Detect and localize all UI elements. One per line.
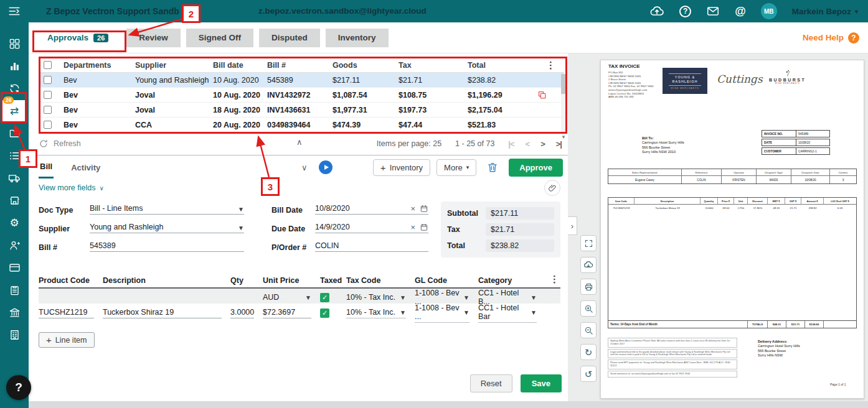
zoom-out-icon[interactable]	[580, 322, 597, 338]
mail-icon[interactable]	[706, 4, 720, 18]
avatar[interactable]: MB	[761, 3, 777, 19]
row-checkbox[interactable]	[44, 76, 52, 84]
tab-disputed[interactable]: Disputed	[259, 29, 320, 47]
chevron-down-icon: ▼	[463, 309, 469, 316]
help-icon[interactable]: ?	[679, 6, 691, 17]
table-row[interactable]: Bev Young and Rashleigh 10 Aug. 2020 545…	[39, 73, 564, 88]
play-button[interactable]	[319, 160, 333, 174]
cell-department: Bev	[64, 76, 135, 85]
row-checkbox[interactable]	[44, 121, 52, 129]
due-date-input[interactable]: 14/9/2020 ×	[315, 223, 428, 233]
row-checkbox[interactable]	[44, 106, 52, 114]
zoom-in-icon[interactable]	[580, 300, 597, 317]
help-fab-button[interactable]: ?	[6, 375, 31, 400]
tab-signed-off[interactable]: Signed Off	[186, 29, 253, 47]
sidebar-item-archive[interactable]	[0, 122, 29, 144]
collapse-detail-chevron-icon[interactable]: ∨	[301, 163, 308, 172]
first-page-icon[interactable]: |<	[508, 139, 514, 149]
taxed-checkbox[interactable]: ✓	[320, 308, 329, 318]
save-button[interactable]: Save	[521, 374, 562, 392]
calendar-icon[interactable]	[420, 204, 428, 213]
add-line-item-button[interactable]: + Line item	[39, 332, 95, 348]
more-button[interactable]: More ▾	[436, 159, 476, 176]
calendar-icon[interactable]	[420, 223, 428, 231]
attachment-paperclip-icon[interactable]	[544, 180, 560, 196]
view-more-fields-link[interactable]: View more fields ∨	[39, 183, 104, 192]
download-icon[interactable]	[580, 257, 597, 273]
doc-type-select[interactable]: Bill - Line Items ▼	[90, 204, 244, 215]
table-row[interactable]: Bev Joval 18 Aug. 2020 INV1436631 $1,977…	[39, 103, 564, 118]
company-selector[interactable]: Z Bepoz Vectron Support Sandb ▾	[46, 6, 186, 16]
cloud-upload-icon[interactable]	[649, 4, 664, 19]
expand-preview-handle[interactable]: ›	[568, 216, 577, 235]
scrollbar-thumb[interactable]	[561, 74, 567, 94]
sidebar-item-bills-inbox[interactable]: 26 ⇄	[2, 100, 27, 121]
rotate-counterclockwise-icon[interactable]: ↺	[580, 366, 597, 382]
detail-tab-activity[interactable]: Activity	[70, 157, 101, 178]
approve-button[interactable]: Approve	[509, 159, 563, 177]
sidebar-item-bank[interactable]	[0, 301, 29, 323]
need-help-label: Need Help	[803, 33, 844, 42]
rotate-clockwise-icon[interactable]: ↻	[580, 344, 597, 360]
table-row[interactable]: Bev Joval 10 Aug. 2020 INV1432972 $1,087…	[39, 88, 564, 103]
cell-bill-no: 545389	[267, 76, 333, 85]
tab-inventory[interactable]: Inventory	[326, 29, 389, 47]
mentions-icon[interactable]: @	[735, 5, 746, 18]
delete-button[interactable]	[483, 160, 502, 175]
tab-review[interactable]: Review	[126, 29, 181, 47]
bill-no-input[interactable]: 545389	[90, 241, 244, 252]
sidebar-item-settings[interactable]: ⚙	[0, 211, 29, 234]
default-tax-code-select[interactable]: 10% - Tax Inc. ▼	[346, 293, 406, 302]
last-page-icon[interactable]: >|	[556, 139, 562, 149]
col-taxed: Taxed	[320, 276, 346, 285]
detail-tab-bill[interactable]: Bill	[39, 156, 54, 178]
reset-button[interactable]: Reset	[470, 374, 512, 392]
menu-icon[interactable]	[0, 4, 29, 18]
supplier-label: Supplier	[39, 225, 90, 233]
gl-code-select[interactable]: 1-1008 - Bev ... ▼	[415, 304, 469, 323]
product-code-input[interactable]: TUCSHZ1219	[39, 308, 94, 318]
row-checkbox[interactable]	[44, 91, 52, 99]
sidebar-item-reports[interactable]	[0, 55, 29, 77]
tab-approvals[interactable]: Approvals 26	[35, 29, 121, 47]
description-input[interactable]: Tuckerbox Shiraz 19	[103, 308, 222, 318]
duplicate-bill-icon[interactable]	[537, 90, 547, 100]
clear-date-icon[interactable]: ×	[410, 223, 415, 231]
chevron-down-icon: ▼	[463, 294, 469, 301]
sidebar-item-company[interactable]	[0, 323, 29, 346]
prev-page-icon[interactable]: <	[526, 139, 530, 149]
bottom-scroll-strip[interactable]	[29, 401, 868, 408]
sidebar-item-billing[interactable]	[0, 256, 29, 279]
invoice-rep-table: Sales RepresentativeReferenceOperatorDes…	[608, 169, 857, 184]
user-menu[interactable]: Markein Bepoz ▾	[792, 7, 858, 16]
line-items-kebab-icon[interactable]: ⋮	[550, 274, 559, 285]
print-icon[interactable]	[580, 279, 597, 295]
clear-date-icon[interactable]: ×	[410, 205, 415, 213]
currency-select[interactable]: AUD ▼	[263, 293, 311, 302]
table-scrollbar[interactable]: ▼	[561, 74, 567, 132]
supplier-select[interactable]: Young and Rashleigh ▼	[90, 223, 244, 233]
collapse-table-chevron-icon[interactable]: ∧	[296, 137, 303, 147]
sidebar-item-purchase-orders[interactable]	[0, 167, 29, 189]
category-select[interactable]: CC1 - Hotel Bar ▼	[478, 304, 537, 323]
table-options-kebab-icon[interactable]: ⋮	[546, 60, 555, 71]
next-page-icon[interactable]: >	[540, 139, 545, 149]
p-order-input[interactable]: COLIN	[315, 241, 428, 252]
total-label: Total	[447, 241, 486, 250]
tax-code-select[interactable]: 10% - Tax Inc. ▼	[346, 308, 406, 318]
unit-price-input[interactable]: $72.3697	[263, 308, 311, 318]
sidebar-item-documents[interactable]	[0, 279, 29, 301]
sidebar-item-sync[interactable]	[0, 77, 29, 100]
add-inventory-button[interactable]: + Inventory	[373, 159, 430, 176]
sidebar-item-dashboard[interactable]	[0, 32, 29, 55]
sidebar-item-users[interactable]	[0, 234, 29, 256]
select-all-checkbox[interactable]	[44, 61, 52, 69]
table-row[interactable]: Bev CCA 20 Aug. 2020 0349839464 $474.39 …	[39, 118, 564, 132]
sidebar-item-suppliers[interactable]	[0, 189, 29, 211]
need-help-link[interactable]: Need Help ?	[803, 32, 859, 44]
taxed-default-checkbox[interactable]: ✓	[320, 293, 329, 302]
fullscreen-icon[interactable]	[580, 235, 597, 251]
refresh-button[interactable]: Refresh	[39, 139, 81, 149]
bill-date-input[interactable]: 10/8/2020 ×	[315, 204, 428, 215]
qty-input[interactable]: 3.0000	[230, 308, 254, 318]
